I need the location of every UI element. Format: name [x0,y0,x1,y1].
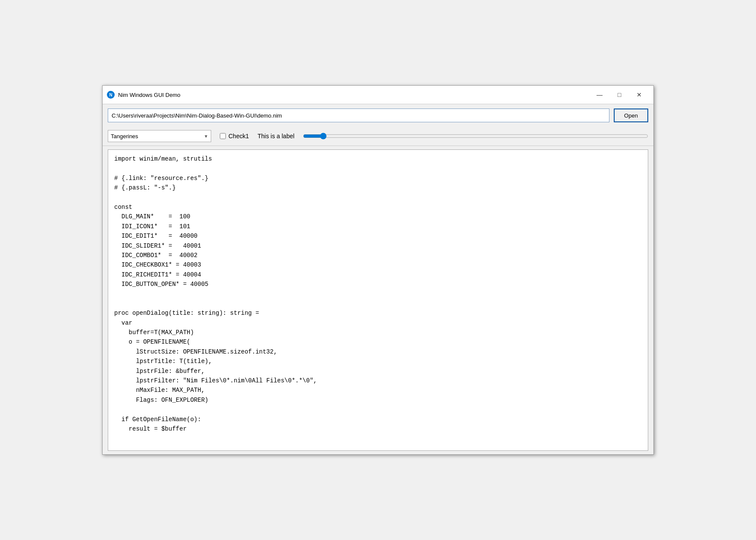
title-bar: N Nim Windows GUI Demo — □ ✕ [103,86,653,104]
slider-container [303,133,648,140]
toolbar: Open [103,104,653,127]
controls-bar: Tangerines ▼ Tangerines Apples Oranges B… [103,127,653,146]
static-label: This is a label [257,133,294,140]
maximize-button[interactable]: □ [609,88,629,101]
app-icon: N [107,91,115,99]
minimize-button[interactable]: — [590,88,609,101]
check1-checkbox[interactable] [220,133,226,139]
close-button[interactable]: ✕ [629,88,649,101]
checkbox-group: Check1 [220,133,249,140]
code-editor[interactable]: import winim/mean, strutils # {.link: "r… [108,150,648,450]
combo-box[interactable]: Tangerines ▼ Tangerines Apples Oranges B… [108,130,211,142]
filepath-input[interactable] [108,109,609,122]
window-controls: — □ ✕ [590,88,649,101]
main-window: N Nim Windows GUI Demo — □ ✕ Open Tanger… [102,85,654,455]
editor-area: import winim/mean, strutils # {.link: "r… [108,149,648,451]
check1-label: Check1 [228,133,249,140]
open-button[interactable]: Open [614,109,648,122]
slider-input[interactable] [303,133,648,140]
window-title: Nim Windows GUI Demo [118,92,590,98]
